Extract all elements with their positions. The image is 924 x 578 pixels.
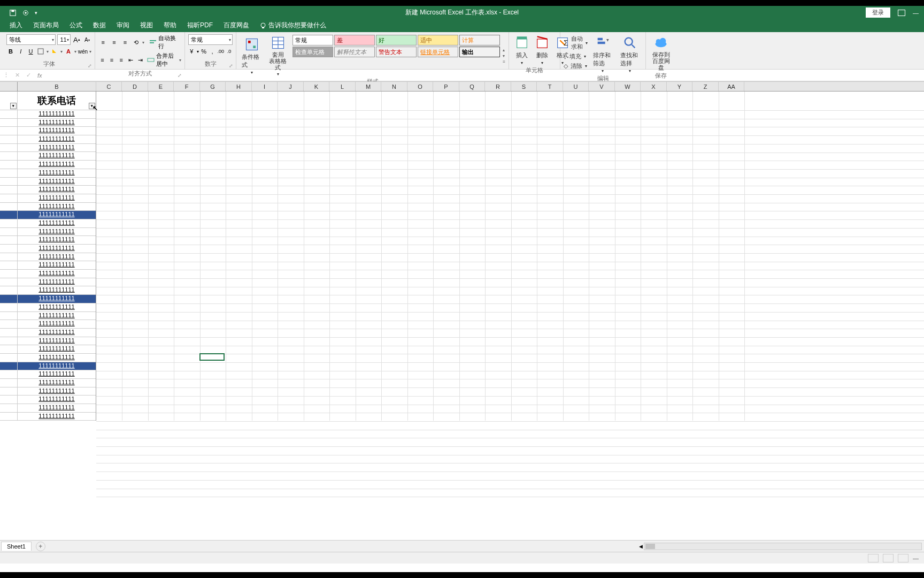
bold-button[interactable]: B bbox=[6, 47, 15, 56]
cell[interactable] bbox=[0, 186, 17, 194]
cell[interactable] bbox=[0, 404, 17, 413]
number-format-combo[interactable]: 常规▾ bbox=[188, 34, 233, 45]
column-header[interactable]: K bbox=[304, 82, 329, 91]
ribbon-tab[interactable]: 百度网盘 bbox=[218, 19, 255, 32]
align-top-icon[interactable]: ≡ bbox=[98, 37, 108, 47]
cell[interactable] bbox=[0, 295, 17, 303]
column-header[interactable]: Y bbox=[667, 82, 692, 91]
delete-cells-button[interactable]: 删除▾ bbox=[533, 34, 552, 66]
cell[interactable] bbox=[0, 354, 17, 362]
cell[interactable]: 11111111111 bbox=[18, 236, 96, 245]
font-size-combo[interactable]: 11▾ bbox=[57, 34, 71, 45]
insert-cells-button[interactable]: 插入▾ bbox=[512, 34, 532, 66]
style-neutral[interactable]: 适中 bbox=[418, 35, 458, 45]
select-all-corner[interactable] bbox=[0, 82, 18, 91]
cell-b-header[interactable]: 联系电话 ▾ ↖ bbox=[18, 92, 96, 110]
style-normal[interactable]: 常规 bbox=[292, 35, 333, 45]
cell[interactable] bbox=[0, 337, 17, 346]
cell[interactable] bbox=[0, 270, 17, 278]
cell[interactable] bbox=[0, 329, 17, 337]
cell[interactable] bbox=[0, 261, 17, 270]
cell[interactable] bbox=[0, 119, 17, 127]
style-output[interactable]: 输出 bbox=[459, 47, 500, 57]
cell[interactable]: 11111111111 bbox=[18, 362, 96, 371]
indent-decrease-icon[interactable]: ⇤ bbox=[127, 55, 135, 65]
style-bad[interactable]: 差 bbox=[334, 35, 375, 45]
cell[interactable] bbox=[0, 387, 17, 396]
column-header[interactable]: Q bbox=[459, 82, 485, 91]
font-dialog-icon[interactable]: ⤢ bbox=[87, 63, 93, 69]
cell[interactable] bbox=[0, 169, 17, 178]
cell[interactable]: 11111111111 bbox=[18, 245, 96, 253]
phonetic-button[interactable]: wén bbox=[78, 47, 88, 56]
column-header[interactable]: D bbox=[122, 82, 148, 91]
cell[interactable]: 11111111111 bbox=[18, 370, 96, 379]
cell[interactable] bbox=[0, 161, 17, 169]
save-to-baidu-button[interactable]: 保存到 百度网盘 bbox=[649, 34, 673, 72]
page-layout-view-icon[interactable] bbox=[883, 554, 894, 562]
cancel-formula-icon[interactable]: ✕ bbox=[12, 72, 23, 79]
find-select-button[interactable]: 查找和选择▾ bbox=[618, 34, 642, 74]
styles-more-icon[interactable]: ≡ bbox=[503, 59, 505, 64]
font-color-button[interactable]: A bbox=[64, 47, 73, 56]
cell[interactable]: 11111111111 bbox=[18, 211, 96, 219]
ribbon-tab[interactable]: 帮助 bbox=[158, 19, 182, 32]
alignment-dialog-icon[interactable]: ⤢ bbox=[177, 73, 182, 78]
cell[interactable]: 11111111111 bbox=[18, 169, 96, 178]
align-bottom-icon[interactable]: ≡ bbox=[120, 37, 130, 47]
cell[interactable] bbox=[0, 362, 17, 371]
cell[interactable] bbox=[0, 194, 17, 203]
sheet-tab[interactable]: Sheet1 bbox=[1, 542, 32, 551]
format-as-table-button[interactable]: 套用 表格格式▾ bbox=[266, 34, 290, 78]
cell-a-header[interactable]: ▾ bbox=[0, 92, 17, 110]
styles-scroll-down-icon[interactable]: ▾ bbox=[503, 54, 505, 58]
cell[interactable]: 11111111111 bbox=[18, 320, 96, 329]
cell[interactable] bbox=[0, 379, 17, 387]
save-icon[interactable] bbox=[9, 9, 17, 17]
column-header[interactable]: S bbox=[511, 82, 537, 91]
font-name-combo[interactable]: 等线▾ bbox=[6, 34, 56, 45]
style-good[interactable]: 好 bbox=[376, 35, 417, 45]
cell[interactable]: 11111111111 bbox=[18, 387, 96, 396]
cell[interactable]: 11111111111 bbox=[18, 379, 96, 387]
cell[interactable] bbox=[0, 178, 17, 186]
style-explain[interactable]: 解释性文本 bbox=[334, 47, 375, 57]
login-button[interactable]: 登录 bbox=[866, 7, 890, 18]
column-header[interactable]: T bbox=[537, 82, 563, 91]
wrap-text-icon[interactable] bbox=[149, 39, 157, 46]
filter-dropdown-icon[interactable]: ▾ bbox=[10, 103, 17, 109]
name-box[interactable]: ⋮ bbox=[0, 72, 12, 79]
cell[interactable]: 11111111111 bbox=[18, 278, 96, 287]
decrease-decimal-icon[interactable]: .0 bbox=[226, 47, 233, 56]
increase-decimal-icon[interactable]: .00 bbox=[217, 47, 224, 56]
cell[interactable] bbox=[0, 312, 17, 321]
spreadsheet-grid[interactable]: BCDEFGHIJKLMNOPQRSTUVWXYZAA ▾ 联系电话 ▾ ↖ 1… bbox=[0, 81, 924, 540]
ribbon-tab[interactable]: 公式 bbox=[64, 19, 88, 32]
column-header[interactable]: J bbox=[278, 82, 304, 91]
column-header[interactable]: C bbox=[96, 82, 122, 91]
column-header[interactable]: B bbox=[18, 82, 96, 91]
column-header[interactable]: N bbox=[381, 82, 407, 91]
column-header[interactable]: L bbox=[329, 82, 356, 91]
column-header[interactable]: Z bbox=[692, 82, 719, 91]
ribbon-tab[interactable]: 审阅 bbox=[111, 19, 135, 32]
normal-view-icon[interactable] bbox=[868, 554, 879, 562]
cell[interactable] bbox=[0, 110, 17, 119]
column-header[interactable]: I bbox=[252, 82, 278, 91]
underline-button[interactable]: U bbox=[27, 47, 35, 56]
conditional-formatting-button[interactable]: 条件格式▾ bbox=[240, 34, 264, 78]
cell[interactable] bbox=[0, 413, 17, 421]
cell[interactable] bbox=[0, 396, 17, 404]
qat-dropdown-icon[interactable]: ▾ bbox=[35, 10, 37, 16]
style-warn[interactable]: 警告文本 bbox=[376, 47, 417, 57]
cell[interactable] bbox=[0, 211, 17, 219]
ribbon-tab[interactable]: 页面布局 bbox=[28, 19, 64, 32]
fill-button[interactable]: ↓填充▾ bbox=[564, 52, 588, 61]
cell[interactable] bbox=[0, 345, 17, 354]
align-right-icon[interactable]: ≡ bbox=[117, 55, 125, 65]
sort-filter-button[interactable]: 排序和筛选▾ bbox=[591, 34, 615, 74]
cell[interactable] bbox=[0, 286, 17, 295]
accounting-format-icon[interactable]: ¥ bbox=[188, 47, 195, 56]
cell[interactable]: 11111111111 bbox=[18, 312, 96, 321]
border-button[interactable] bbox=[36, 47, 45, 56]
